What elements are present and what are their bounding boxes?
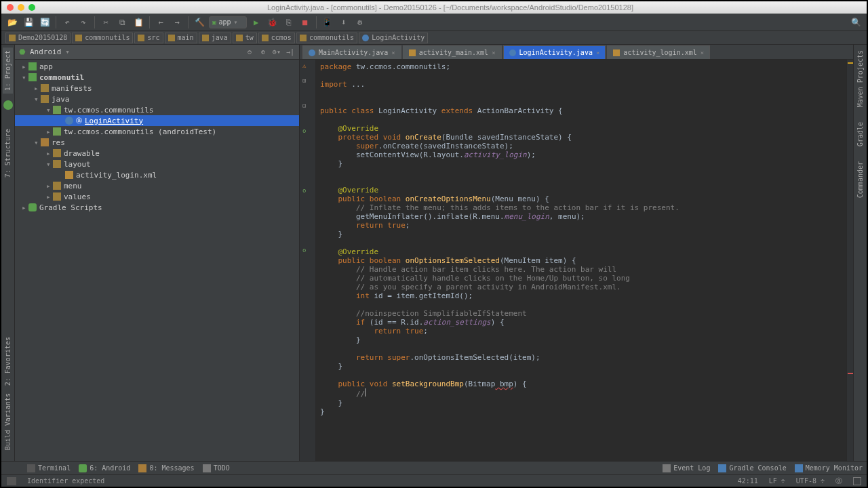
navigation-bar: Demo20150128 commonutils src main java t… (1, 31, 867, 45)
line-separator[interactable]: LF ÷ (769, 477, 785, 485)
avd-manager-button[interactable]: 📱 (321, 16, 334, 29)
crumb-package[interactable]: commonutils (296, 33, 357, 43)
sdk-manager-button[interactable]: ⬇ (337, 16, 351, 29)
paste-button[interactable]: 📋 (132, 16, 145, 29)
project-view-dropdown[interactable]: Android (30, 47, 61, 56)
crumb-main[interactable]: main (165, 33, 197, 43)
close-tab-icon[interactable]: × (391, 49, 395, 56)
status-icon[interactable] (7, 477, 16, 485)
tree-node-app[interactable]: ▸app (15, 61, 299, 72)
maven-tool-tab[interactable]: Maven Projects (855, 47, 865, 110)
save-button[interactable]: 💾 (22, 16, 35, 29)
editor-area: MainActivity.java× activity_main.xml× Lo… (300, 45, 853, 461)
favorites-tool-tab[interactable]: 2: Favorites (3, 334, 13, 388)
gradle-tool-tab[interactable]: Gradle (855, 119, 865, 149)
tree-node-login-activity[interactable]: ⓐLoginActivity (15, 115, 299, 126)
error-marker[interactable] (848, 373, 853, 374)
settings-button[interactable]: ⚙▾ (272, 47, 281, 57)
tree-node-java[interactable]: ▾java (15, 94, 299, 104)
crumb-src[interactable]: src (134, 33, 163, 43)
tree-node-res[interactable]: ▾res (15, 137, 299, 148)
tree-node-menu[interactable]: ▸menu (15, 180, 299, 191)
editor-scrollbar[interactable] (846, 60, 853, 461)
open-button[interactable]: 📂 (5, 16, 19, 29)
tab-activity-main-xml[interactable]: activity_main.xml× (403, 45, 502, 59)
ddms-button[interactable]: ⚙ (353, 16, 367, 29)
tree-node-gradle-scripts[interactable]: ▸Gradle Scripts (15, 202, 299, 213)
bottom-tool-bar: Terminal 6: Android 0: Messages TODO Eve… (1, 461, 867, 474)
gradle-console-tool-tab[interactable]: Gradle Console (718, 464, 786, 472)
sync-button[interactable]: 🔄 (38, 16, 52, 29)
collapse-all-button[interactable]: ⊖ (245, 47, 254, 57)
android-tool-tab[interactable]: 6: Android (79, 464, 130, 472)
forward-button[interactable]: → (170, 16, 184, 29)
crumb-project[interactable]: Demo20150128 (5, 33, 71, 43)
code-editor[interactable]: package tw.ccmos.commonutils; import ...… (316, 60, 846, 461)
editor-gutter[interactable]: ⚠ ⊞ ⊟ o o o (300, 60, 316, 461)
lock-icon[interactable] (853, 477, 861, 485)
warning-marker[interactable] (848, 62, 853, 64)
memory-monitor-tool-tab[interactable]: Memory Monitor (795, 464, 863, 472)
caret-position[interactable]: 42:11 (738, 477, 758, 485)
run-config-dropdown[interactable]: ▣ app ▾ (209, 16, 247, 28)
structure-tool-tab[interactable]: 7: Structure (3, 126, 13, 180)
gutter-warning-icon: ⚠ (302, 62, 311, 70)
tree-node-drawable[interactable]: ▸drawable (15, 148, 299, 159)
back-button[interactable]: ← (154, 16, 167, 29)
run-button[interactable]: ▶ (250, 16, 263, 29)
undo-button[interactable]: ↶ (60, 16, 74, 29)
crumb-tw[interactable]: tw (233, 33, 257, 43)
crumb-module[interactable]: commonutils (72, 33, 133, 43)
tree-node-values[interactable]: ▸values (15, 191, 299, 202)
editor-tabs: MainActivity.java× activity_main.xml× Lo… (300, 45, 853, 60)
stop-button[interactable]: ■ (298, 16, 312, 29)
make-button[interactable]: 🔨 (193, 16, 206, 29)
hide-panel-button[interactable]: →| (285, 47, 295, 57)
locate-button[interactable]: ⊕ (258, 47, 268, 57)
tab-main-activity[interactable]: MainActivity.java× (302, 45, 401, 59)
separator (94, 16, 95, 28)
tree-node-activity-login-xml[interactable]: activity_login.xml (15, 169, 299, 180)
tab-activity-login-xml[interactable]: activity_login.xml× (607, 45, 710, 59)
tree-node-manifests[interactable]: ▸manifests (15, 83, 299, 94)
crumb-java[interactable]: java (199, 33, 231, 43)
messages-tool-tab[interactable]: 0: Messages (138, 464, 194, 472)
fold-icon[interactable]: ⊟ (302, 102, 311, 110)
override-icon[interactable]: o (302, 247, 311, 255)
close-tab-icon[interactable]: × (596, 49, 599, 56)
tree-node-package[interactable]: ▾tw.ccmos.commonutils (15, 104, 299, 115)
terminal-tool-tab[interactable]: Terminal (27, 464, 71, 472)
crumb-ccmos[interactable]: ccmos (258, 33, 295, 43)
minimize-window-button[interactable] (18, 4, 24, 11)
tree-node-layout[interactable]: ▾layout (15, 159, 299, 169)
project-tool-tab[interactable]: 1: Project (3, 47, 13, 94)
close-window-button[interactable] (7, 4, 14, 11)
override-icon[interactable]: o (302, 127, 311, 136)
close-tab-icon[interactable]: × (701, 49, 704, 56)
override-icon[interactable]: o (302, 187, 311, 195)
crumb-class[interactable]: LoginActivity (359, 33, 428, 43)
left-tool-rail: 1: Project 7: Structure 2: Favorites Bui… (1, 45, 15, 461)
project-tree[interactable]: ▸app ▾commonutil ▸manifests ▾java ▾tw.cc… (15, 60, 299, 461)
main-toolbar: 📂 💾 🔄 ↶ ↷ ✂ ⧉ 📋 ← → 🔨 ▣ app ▾ ▶ 🐞 ⎘ ■ 📱 … (1, 14, 867, 31)
tab-login-activity[interactable]: LoginActivity.java× (503, 45, 606, 59)
maximize-window-button[interactable] (28, 4, 35, 11)
event-log-tool-tab[interactable]: Event Log (663, 464, 710, 472)
file-encoding[interactable]: UTF-8 ÷ (796, 477, 825, 485)
tree-node-module[interactable]: ▾commonutil (15, 72, 299, 83)
attach-debugger-button[interactable]: ⎘ (282, 16, 296, 29)
redo-button[interactable]: ↷ (77, 16, 90, 29)
close-tab-icon[interactable]: × (492, 49, 495, 56)
debug-button[interactable]: 🐞 (266, 16, 279, 29)
tree-node-package-test[interactable]: ▸tw.ccmos.commonutils (androidTest) (15, 126, 299, 137)
todo-tool-tab[interactable]: TODO (203, 464, 230, 472)
search-button[interactable]: 🔍 (849, 16, 863, 29)
copy-button[interactable]: ⧉ (115, 16, 129, 29)
window-title: LoginActivity.java - [commonutils] - Dem… (39, 3, 861, 12)
separator (56, 16, 56, 28)
commander-tool-tab[interactable]: Commander (855, 159, 865, 201)
fold-icon[interactable]: ⊞ (302, 77, 311, 85)
build-variants-tool-tab[interactable]: Build Variants (3, 390, 13, 453)
cut-button[interactable]: ✂ (99, 16, 113, 29)
insert-mode-icon[interactable]: ⓐ (835, 476, 842, 486)
